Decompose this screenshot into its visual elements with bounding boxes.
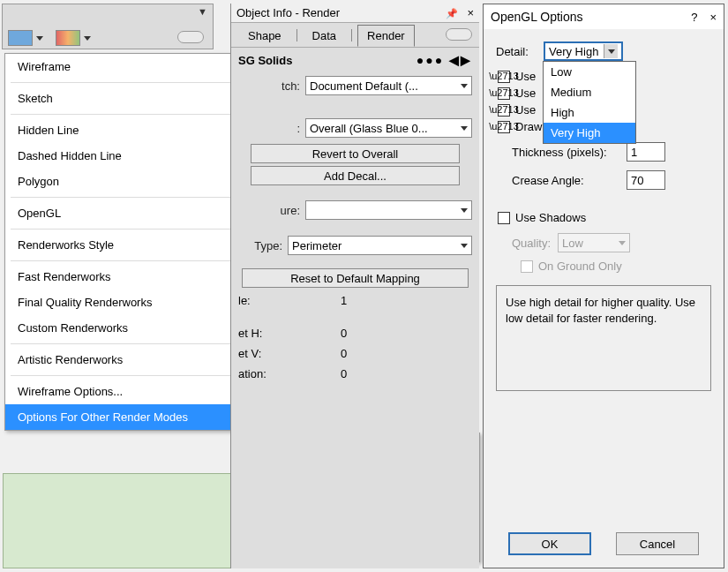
use-shadows-label: Use Shadows [515,211,586,224]
panel-tabs: Shape Data Render [231,23,479,48]
check-label: Use [515,103,536,117]
menu-item[interactable]: Dashed Hidden Line [5,143,254,169]
chevron-down-icon [461,126,468,131]
close-icon[interactable]: × [467,6,474,19]
menu-item[interactable]: Final Quality Renderworks [5,290,254,315]
crease-angle-label: Crease Angle: [512,174,627,187]
reset-mapping-button[interactable]: Reset to Default Mapping [242,268,469,288]
cancel-button[interactable]: Cancel [616,532,699,555]
thickness-label: Thickness (pixels): [512,146,627,159]
use-shadows-checkbox[interactable] [498,212,510,224]
check-label: Use [515,70,536,83]
object-info-panel: Object Info - Render 📌 × Shape Data Rend… [230,4,479,568]
menu-item[interactable]: OpenGL [5,200,254,226]
texture-combo[interactable]: Overall (Glass Blue 0... [305,118,472,138]
panel-pill-icon[interactable] [446,28,472,41]
tab-shape[interactable]: Shape [238,25,291,47]
check-label: Use [515,87,536,100]
texture2-combo[interactable] [305,200,472,220]
render-chip-icon[interactable] [8,30,33,46]
detail-label: Detail: [496,45,544,58]
crease-angle-input[interactable]: 70 [627,170,665,190]
chevron-down-icon[interactable] [36,36,43,41]
sketch-label: tch: [238,79,300,93]
chevron-down-icon[interactable] [84,36,91,41]
detail-option[interactable]: Medium [544,82,635,102]
menu-item[interactable]: Polygon [5,169,254,194]
texture-label: : [238,122,300,135]
close-icon[interactable]: × [709,11,717,24]
on-ground-label: On Ground Only [538,260,622,273]
rotation-value: 0 [341,367,347,380]
map-type-combo[interactable]: Perimeter [288,236,472,255]
map-type-label: Type: [238,239,282,252]
toolbar-dropdown-caret[interactable]: ▼ [198,6,207,17]
toolbar-pill-icon[interactable] [177,31,204,43]
on-ground-checkbox [521,260,533,273]
offset-h-label: et H: [238,327,330,340]
nav-dots-icon[interactable]: ●●● ◀▶ [417,53,472,67]
pin-icon[interactable]: 📌 [446,8,458,19]
canvas-area [3,473,232,568]
detail-option[interactable]: High [544,102,635,123]
chevron-down-icon [604,44,618,58]
tab-render[interactable]: Render [357,25,415,47]
check-label: Draw [515,120,542,133]
revert-to-overall-button[interactable]: Revert to Overall [251,144,460,163]
menu-item[interactable]: Wireframe Options... [5,379,254,404]
menu-item[interactable]: Fast Renderworks [5,264,254,290]
menu-item[interactable]: Sketch [5,86,254,111]
detail-option[interactable]: Low [544,62,635,82]
chevron-down-icon [461,208,468,213]
tab-data[interactable]: Data [303,25,346,47]
quality-label: Quality: [512,237,551,250]
menu-item[interactable]: Hidden Line [5,117,254,143]
offset-v-label: et V: [238,347,330,360]
detail-option[interactable]: Very High [544,123,635,143]
scale-label: le: [238,294,330,307]
add-decal-button[interactable]: Add Decal... [251,166,460,185]
offset-h-value: 0 [341,327,347,340]
menu-item[interactable]: Renderworks Style [5,232,254,258]
checkbox-icon[interactable]: \u2713 [498,71,510,83]
texture2-label: ure: [238,204,300,217]
hint-text: Use high detail for higher quality. Use … [496,285,711,391]
chevron-down-icon [461,244,468,248]
checkbox-icon[interactable]: \u2713 [498,121,510,133]
chevron-down-icon [461,84,468,88]
quality-combo: Low [558,233,630,252]
render-mode-context-menu: WireframeSketchHidden LineDashed Hidden … [4,53,255,431]
object-type-heading: SG Solids [238,54,292,67]
detail-dropdown[interactable]: Very High [544,41,623,61]
chevron-down-icon [619,241,626,245]
help-icon[interactable]: ? [691,11,697,24]
dialog-title: OpenGL Options [491,10,583,24]
rotation-label: ation: [238,367,330,380]
checkbox-icon[interactable]: \u2713 [498,104,510,117]
menu-item[interactable]: Artistic Renderworks [5,347,254,373]
sketch-combo[interactable]: Document Default (... [305,76,472,95]
checkbox-icon[interactable]: \u2713 [498,87,510,100]
thickness-input[interactable]: 1 [627,142,665,162]
toolbar-strip: ▼ [2,4,214,49]
menu-item[interactable]: Custom Renderworks [5,315,254,341]
offset-v-value: 0 [341,347,347,360]
opengl-options-dialog: OpenGL Options ? × Detail: Very High Low… [483,4,724,568]
detail-dropdown-list: LowMediumHighVery High [543,61,636,144]
scale-value: 1 [341,294,347,307]
menu-item[interactable]: Options For Other Render Modes [5,404,254,430]
menu-item[interactable]: Wireframe [5,54,254,79]
panel-title: Object Info - Render [236,6,340,19]
color-chip-icon[interactable] [56,30,80,46]
ok-button[interactable]: OK [508,532,591,555]
